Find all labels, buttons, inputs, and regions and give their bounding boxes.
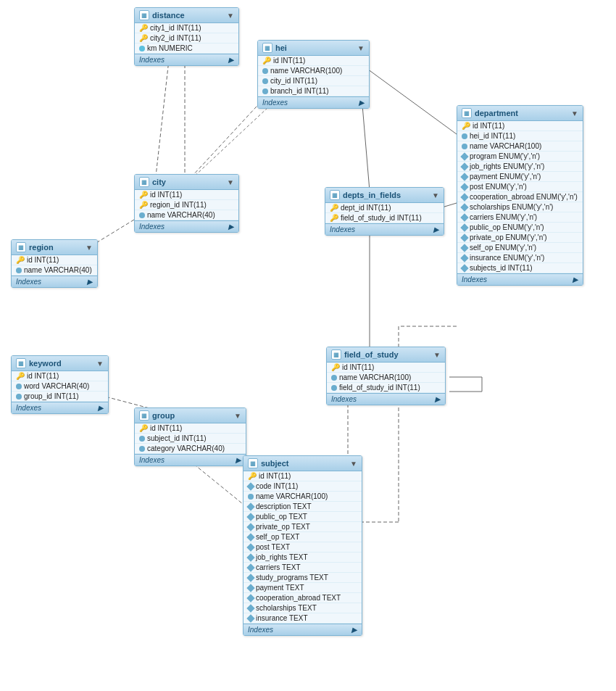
table-group-name: group xyxy=(152,411,175,420)
table-subject-name: subject xyxy=(261,459,289,468)
distance-city1-key-icon: 🔑 xyxy=(139,24,148,32)
table-distance-icon: ▦ xyxy=(139,10,149,20)
table-subject-icon: ▦ xyxy=(248,458,258,468)
table-fos-footer[interactable]: Indexes ▶ xyxy=(327,393,445,405)
svg-line-1 xyxy=(156,47,170,176)
table-region-header[interactable]: ▦ region ▼ xyxy=(12,240,97,255)
table-depts-chevron[interactable]: ▼ xyxy=(432,191,439,199)
hei-field-name: name VARCHAR(100) xyxy=(258,66,369,76)
depts-deptid-key: 🔑 xyxy=(330,204,338,212)
table-keyword-chevron[interactable]: ▼ xyxy=(96,360,104,368)
table-city-header[interactable]: ▦ city ▼ xyxy=(135,175,238,190)
svg-line-5 xyxy=(362,105,370,191)
table-distance: ▦ distance ▼ 🔑 city1_id INT(11) 🔑 city2_… xyxy=(134,7,239,66)
hei-cityid-icon xyxy=(262,78,268,84)
hei-branchid-icon xyxy=(262,88,268,94)
table-department-icon: ▦ xyxy=(462,108,472,118)
table-department-footer[interactable]: Indexes ▶ xyxy=(457,273,583,285)
hei-id-key-icon: 🔑 xyxy=(262,57,271,65)
table-fos-name: field_of_study xyxy=(344,350,399,359)
table-keyword-header[interactable]: ▦ keyword ▼ xyxy=(12,356,108,371)
table-depts-in-fields: ▦ depts_in_fields ▼ 🔑 dept_id INT(11) 🔑 … xyxy=(325,187,444,236)
distance-field-city2: 🔑 city2_id INT(11) xyxy=(135,33,238,44)
table-keyword-name: keyword xyxy=(29,359,62,368)
table-subject-footer[interactable]: Indexes ▶ xyxy=(244,624,362,635)
table-fos-chevron[interactable]: ▼ xyxy=(433,351,441,359)
table-region-name: region xyxy=(29,243,54,252)
table-subject: ▦ subject ▼ 🔑 id INT(11) code INT(11) na… xyxy=(243,455,362,636)
svg-line-3 xyxy=(362,65,457,134)
table-keyword: ▦ keyword ▼ 🔑 id INT(11) word VARCHAR(40… xyxy=(11,355,109,414)
distance-city2-key-icon: 🔑 xyxy=(139,34,148,42)
table-city-icon: ▦ xyxy=(139,177,149,187)
hei-field-branch-id: branch_id INT(11) xyxy=(258,86,369,96)
table-depts-icon: ▦ xyxy=(330,190,340,200)
table-hei-header[interactable]: ▦ hei ▼ xyxy=(258,41,369,56)
fos-id-key: 🔑 xyxy=(331,363,340,371)
table-keyword-footer[interactable]: Indexes ▶ xyxy=(12,402,108,413)
table-distance-header[interactable]: ▦ distance ▼ xyxy=(135,8,238,23)
city-regionid-key: 🔑 xyxy=(139,201,148,209)
table-fos-header[interactable]: ▦ field_of_study ▼ xyxy=(327,347,445,363)
table-region-icon: ▦ xyxy=(16,242,26,252)
table-distance-chevron[interactable]: ▼ xyxy=(227,12,234,20)
table-depts-footer[interactable]: Indexes ▶ xyxy=(325,223,444,235)
table-distance-name: distance xyxy=(152,11,185,20)
table-subject-chevron[interactable]: ▼ xyxy=(350,460,357,468)
table-department: ▦ department ▼ 🔑 id INT(11) hei_id INT(1… xyxy=(457,105,583,286)
table-distance-footer[interactable]: Indexes ▶ xyxy=(135,54,238,65)
table-region: ▦ region ▼ 🔑 id INT(11) name VARCHAR(40)… xyxy=(11,239,98,288)
table-group-footer[interactable]: Indexes ▶ xyxy=(135,454,246,466)
table-group-icon: ▦ xyxy=(139,410,149,421)
table-subject-header[interactable]: ▦ subject ▼ xyxy=(244,456,362,471)
table-hei-icon: ▦ xyxy=(262,43,272,53)
table-hei: ▦ hei ▼ 🔑 id INT(11) name VARCHAR(100) c… xyxy=(257,40,370,109)
table-department-header[interactable]: ▦ department ▼ xyxy=(457,106,583,121)
table-hei-footer[interactable]: Indexes ▶ xyxy=(258,96,369,108)
distance-km-icon xyxy=(139,46,145,51)
table-hei-chevron[interactable]: ▼ xyxy=(357,44,365,52)
table-fos-icon: ▦ xyxy=(331,349,341,360)
table-region-footer[interactable]: Indexes ▶ xyxy=(12,276,97,287)
subject-id-key: 🔑 xyxy=(248,472,257,480)
table-city: ▦ city ▼ 🔑 id INT(11) 🔑 region_id INT(11… xyxy=(134,174,239,233)
table-city-chevron[interactable]: ▼ xyxy=(227,178,234,186)
table-depts-name: depts_in_fields xyxy=(343,191,401,199)
city-id-key: 🔑 xyxy=(139,191,148,199)
table-city-name: city xyxy=(152,178,166,186)
table-city-footer[interactable]: Indexes ▶ xyxy=(135,220,238,232)
distance-field-km: km NUMERIC xyxy=(135,44,238,54)
distance-field-city1: 🔑 city1_id INT(11) xyxy=(135,23,238,33)
table-hei-name: hei xyxy=(275,44,287,52)
hei-field-id: 🔑 id INT(11) xyxy=(258,56,369,66)
dept-id-key: 🔑 xyxy=(462,122,470,130)
group-id-key: 🔑 xyxy=(139,424,148,432)
table-depts-in-fields-header[interactable]: ▦ depts_in_fields ▼ xyxy=(325,188,444,203)
hei-field-city-id: city_id INT(11) xyxy=(258,76,369,86)
region-id-key: 🔑 xyxy=(16,256,25,264)
table-region-chevron[interactable]: ▼ xyxy=(86,244,93,252)
depts-fosid-key: 🔑 xyxy=(330,214,338,222)
hei-name-icon xyxy=(262,68,268,74)
table-field-of-study: ▦ field_of_study ▼ 🔑 id INT(11) name VAR… xyxy=(326,347,446,405)
keyword-id-key: 🔑 xyxy=(16,372,25,380)
table-group: ▦ group ▼ 🔑 id INT(11) subject_id INT(11… xyxy=(134,407,246,466)
table-department-chevron[interactable]: ▼ xyxy=(571,109,578,117)
table-group-header[interactable]: ▦ group ▼ xyxy=(135,408,246,423)
svg-line-2 xyxy=(192,98,265,176)
table-group-chevron[interactable]: ▼ xyxy=(234,412,241,420)
diagram-container: ▦ distance ▼ 🔑 city1_id INT(11) 🔑 city2_… xyxy=(0,0,616,691)
table-department-name: department xyxy=(475,109,518,117)
table-keyword-icon: ▦ xyxy=(16,358,26,368)
